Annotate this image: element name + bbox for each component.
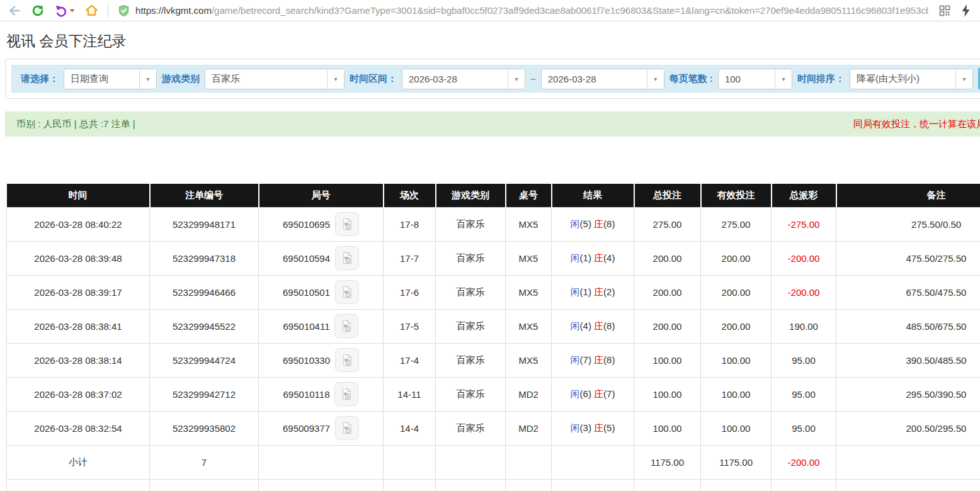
result-banker-score: (8) [603,354,615,365]
game-type-select[interactable]: 百家乐 ▾ [205,69,345,89]
query-type-select[interactable]: 日期查询 ▾ [64,69,157,89]
video-replay-button[interactable] [335,246,359,270]
cell-result: 闲(6) 庄(7) [552,377,634,411]
result-player-score: (4) [580,320,591,331]
cell-game: 百家乐 [436,343,506,377]
cell-remark: 475.50/275.50 [836,241,980,275]
total-row: 总计 7 1175.00 1175.00 -200.00 [7,479,980,491]
total-label: 总计 [7,479,150,491]
cell-remark: 485.50/675.50 [836,309,980,343]
sort-select[interactable]: 降幂(由大到小) ▾ [850,69,973,89]
subtotal-payout: -200.00 [772,445,836,479]
result-player-score: (3) [580,422,591,433]
security-shield-icon[interactable] [117,4,130,18]
date-from-select[interactable]: 2026-03-28 ▾ [402,69,525,89]
table-row: 2026-03-28 08:38:14 523299944724 6950103… [7,343,980,377]
result-banker-score: (2) [603,286,615,297]
page-size-select[interactable]: 100 ▾ [718,69,792,89]
home-icon[interactable] [84,3,99,18]
undo-button[interactable] [54,4,75,18]
select-type-label: 请选择： [21,73,59,85]
video-replay-button[interactable] [335,416,359,440]
video-replay-button[interactable] [335,280,359,304]
cell-payout: -200.00 [772,275,836,309]
video-replay-button[interactable] [335,348,359,372]
cell-time: 2026-03-28 08:32:54 [7,411,150,445]
round-id: 695010594 [283,253,330,264]
chevron-down-icon[interactable]: ▾ [955,69,972,89]
chevron-down-icon[interactable]: ▾ [139,69,156,89]
chevron-down-icon[interactable]: ▾ [775,69,792,89]
cell-result: 闲(7) 庄(8) [552,343,634,377]
tilde-separator: ~ [530,74,536,84]
cell-game: 百家乐 [436,309,506,343]
page-title: 视讯 会员下注纪录 [6,31,980,51]
round-id: 695010118 [283,389,330,400]
subtotal-count: 7 [150,445,259,479]
cell-table-no: MX5 [506,241,552,275]
cell-time: 2026-03-28 08:38:41 [7,309,150,343]
subtotal-row: 小计 7 1175.00 1175.00 -200.00 [7,445,980,479]
qr-code-icon[interactable] [937,3,952,18]
summary-currency-count: 币别 : 人民币 | 总共 :7 注单 | [5,118,135,130]
subtotal-valid-bet: 1175.00 [701,445,772,479]
cell-table-no: MD2 [506,411,552,445]
round-id: 695010411 [283,321,330,332]
cell-result: 闲(5) 庄(8) [552,207,634,241]
chevron-down-icon[interactable]: ▾ [508,69,525,89]
chevron-down-icon [69,8,75,13]
header-round-id: 局号 [259,184,384,207]
header-table-no: 桌号 [506,184,552,207]
cell-table-no: MX5 [506,309,552,343]
cell-table-no: MX5 [506,275,552,309]
cell-game: 百家乐 [436,207,506,241]
result-player-score: (1) [580,252,591,263]
result-banker-score: (5) [603,422,615,433]
cell-session: 17-5 [384,309,436,343]
table-row: 2026-03-28 08:32:54 523299935802 6950093… [7,411,980,445]
round-id: 695010695 [283,219,330,230]
date-to-select[interactable]: 2026-03-28 ▾ [541,69,664,89]
cell-table-no: MX5 [506,207,552,241]
lightning-icon[interactable] [959,3,974,18]
video-replay-button[interactable] [334,382,358,406]
summary-bar: 币别 : 人民币 | 总共 :7 注单 | 同局有效投注，统一计算在该局第一笔注… [5,111,980,137]
video-replay-button[interactable] [334,314,358,338]
result-banker: 庄 [594,286,603,297]
cell-time: 2026-03-28 08:39:48 [7,241,150,275]
cell-result: 闲(1) 庄(4) [552,241,634,275]
header-result: 结果 [552,184,634,207]
url-text[interactable]: https://lvkgmt.com/game/betrecord_search… [135,5,928,16]
cell-round: 695010501 [259,275,384,309]
cell-valid-bet: 100.00 [701,343,772,377]
result-banker: 庄 [594,218,603,229]
result-player: 闲 [571,252,580,263]
total-count: 7 [150,479,259,491]
chevron-down-icon[interactable]: ▾ [647,69,664,89]
cell-game: 百家乐 [436,411,506,445]
result-player: 闲 [571,320,580,331]
cell-round: 695010695 [259,207,384,241]
cell-valid-bet: 200.00 [701,309,772,343]
table-row: 2026-03-28 08:37:02 523299942712 6950101… [7,377,980,411]
bet-records-table: 时间 注单编号 局号 场次 游戏类别 桌号 结果 总投注 有效投注 总派彩 备注… [6,184,980,491]
cell-total-bet: 200.00 [634,275,701,309]
chevron-down-icon[interactable]: ▾ [327,69,344,89]
header-time: 时间 [7,184,150,207]
cell-payout: 190.00 [772,309,836,343]
back-icon[interactable] [6,3,21,18]
round-id: 695010330 [283,355,330,366]
video-replay-button[interactable] [335,212,359,236]
cell-bet-id: 523299946466 [150,275,259,309]
table-row: 2026-03-28 08:39:48 523299947318 6950105… [7,241,980,275]
result-player: 闲 [571,354,580,365]
address-bar[interactable]: https://lvkgmt.com/game/betrecord_search… [117,4,928,18]
refresh-icon[interactable] [30,3,45,18]
browser-toolbar: https://lvkgmt.com/game/betrecord_search… [0,0,980,21]
result-player-score: (5) [580,218,591,229]
cell-game: 百家乐 [436,275,506,309]
table-row: 2026-03-28 08:40:22 523299948171 6950106… [7,207,980,241]
cell-remark: 275.50/0.50 [836,207,980,241]
cell-time: 2026-03-28 08:40:22 [7,207,150,241]
cell-time: 2026-03-28 08:39:17 [7,275,150,309]
